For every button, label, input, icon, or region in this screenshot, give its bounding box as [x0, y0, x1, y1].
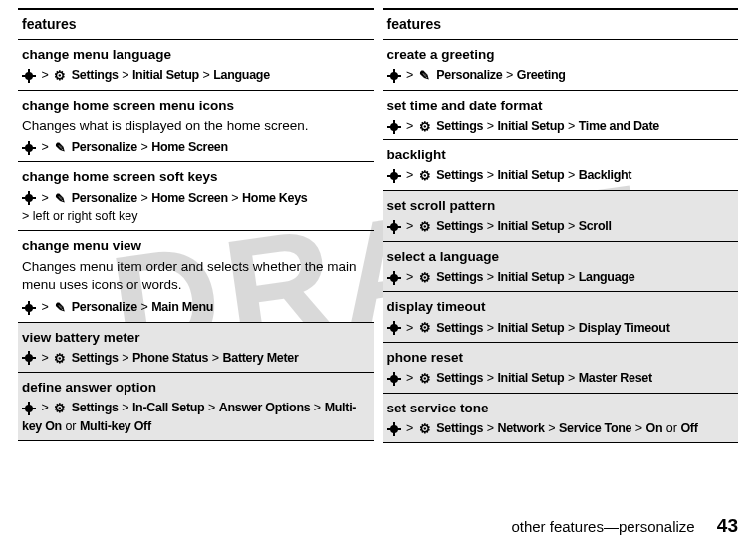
nav-path: > ⚙ Settings > Initial Setup > Backlight: [387, 168, 632, 182]
content-columns: features change menu language > ⚙ Settin…: [0, 0, 756, 443]
path-segment: Initial Setup: [497, 219, 564, 233]
feature-title: phone reset: [387, 349, 735, 367]
settings-icon: ⚙: [52, 350, 68, 368]
settings-icon: ⚙: [417, 420, 433, 438]
feature-desc: Changes what is displayed on the home sc…: [22, 117, 370, 135]
feature-title: set time and date format: [387, 97, 735, 115]
path-segment: Settings: [436, 168, 483, 182]
settings-icon: ⚙: [52, 67, 68, 85]
path-segment: Personalize: [72, 300, 137, 314]
nav-path: > ⚙ Settings > Initial Setup > Scroll: [387, 219, 612, 233]
path-sep: >: [568, 168, 575, 182]
right-header: features: [383, 10, 739, 39]
path-sep: >: [231, 191, 238, 205]
nav-path: > ⚙ Settings > Initial Setup > Language: [387, 270, 635, 284]
path-segment: Settings: [72, 68, 119, 82]
feature-title: set scroll pattern: [387, 197, 735, 215]
feature-cell: set service tone > ⚙ Settings > Network …: [383, 393, 739, 443]
path-segment: Backlight: [579, 168, 632, 182]
path-sep: >: [208, 401, 215, 414]
nav-key-icon: [387, 171, 401, 181]
path-segment: Master Reset: [579, 371, 652, 385]
path-segment: Answer Options: [219, 401, 311, 414]
feature-cell: change menu language > ⚙ Settings > Init…: [18, 39, 374, 90]
path-segment: Home Keys: [242, 191, 307, 205]
path-sep: >: [487, 219, 494, 233]
feature-title: create a greeting: [387, 46, 735, 64]
feature-cell: change menu viewChanges menu item order …: [18, 231, 374, 322]
path-segment: Home Screen: [151, 191, 228, 205]
path-segment: Multi-key Off: [80, 419, 151, 433]
personalize-icon: ✎: [52, 190, 68, 208]
feature-title: change home screen menu icons: [22, 97, 370, 115]
feature-title: select a language: [387, 248, 735, 266]
or-word: or: [666, 421, 677, 435]
path-segment: Personalize: [72, 140, 137, 154]
path-segment: Settings: [72, 401, 119, 414]
path-segment: Language: [579, 270, 635, 284]
path-segment: Time and Date: [579, 119, 659, 133]
path-sep: >: [140, 140, 147, 154]
path-sep: >: [122, 401, 128, 414]
left-table: features change menu language > ⚙ Settin…: [18, 10, 374, 441]
settings-icon: ⚙: [417, 370, 433, 388]
path-segment: Display Timeout: [579, 321, 670, 335]
path-sep: >: [202, 68, 209, 82]
path-segment: Service Tone: [559, 421, 631, 435]
path-sep: >: [568, 371, 575, 385]
feature-cell: backlight > ⚙ Settings > Initial Setup >…: [383, 140, 739, 191]
nav-path: > ⚙ Settings > In-Call Setup > Answer Op…: [22, 401, 356, 432]
path-segment: Settings: [436, 371, 483, 385]
settings-icon: ⚙: [417, 319, 433, 337]
path-segment: Initial Setup: [497, 321, 564, 335]
settings-icon: ⚙: [417, 269, 433, 287]
path-segment: Initial Setup: [497, 168, 564, 182]
page-footer: other features—personalize 43: [511, 515, 738, 537]
nav-key-icon: [22, 353, 36, 363]
path-sep: >: [487, 168, 494, 182]
path-sep: >: [212, 351, 219, 365]
feature-title: view battery meter: [22, 329, 370, 347]
nav-path: > ⚙ Settings > Initial Setup > Time and …: [387, 119, 659, 133]
nav-key-icon: [387, 122, 401, 132]
path-sep: >: [487, 371, 494, 385]
path-extra: left or right soft key: [33, 209, 138, 223]
path-segment: Settings: [436, 270, 483, 284]
feature-cell: select a language > ⚙ Settings > Initial…: [383, 241, 739, 292]
nav-key-icon: [387, 273, 401, 283]
nav-path: > ⚙ Settings > Network > Service Tone > …: [387, 421, 698, 435]
feature-cell: display timeout > ⚙ Settings > Initial S…: [383, 292, 739, 343]
path-segment: Initial Setup: [132, 68, 199, 82]
settings-icon: ⚙: [417, 118, 433, 136]
path-segment: Personalize: [436, 68, 502, 82]
nav-key-icon: [387, 323, 401, 333]
path-sep: >: [568, 270, 575, 284]
nav-path: > ⚙ Settings > Initial Setup > Display T…: [387, 321, 670, 335]
feature-cell: set scroll pattern > ⚙ Settings > Initia…: [383, 190, 739, 241]
path-segment: Home Screen: [151, 140, 228, 154]
path-sep: >: [568, 219, 575, 233]
path-sep: >: [140, 300, 147, 314]
nav-path: > ⚙ Settings > Initial Setup > Master Re…: [387, 371, 652, 385]
path-segment: Main Menu: [151, 300, 213, 314]
path-segment: Initial Setup: [497, 371, 564, 385]
path-sep: >: [568, 119, 575, 133]
feature-cell: view battery meter > ⚙ Settings > Phone …: [18, 322, 374, 373]
path-sep: >: [122, 351, 128, 365]
path-sep: >: [635, 421, 642, 435]
nav-path: > ⚙ Settings > Initial Setup > Language: [22, 68, 270, 82]
nav-path: > ✎ Personalize > Home Screen > Home Key…: [22, 191, 307, 223]
right-table: features create a greeting > ✎ Personali…: [383, 10, 739, 443]
path-sep: >: [487, 421, 494, 435]
left-column: features change menu language > ⚙ Settin…: [18, 8, 374, 443]
path-segment: Personalize: [72, 191, 137, 205]
path-segment: Settings: [436, 421, 483, 435]
right-column: features create a greeting > ✎ Personali…: [383, 8, 739, 443]
path-segment: Phone Status: [132, 351, 208, 365]
path-segment: Off: [680, 421, 697, 435]
nav-path: > ✎ Personalize > Main Menu: [22, 300, 213, 314]
feature-cell: phone reset > ⚙ Settings > Initial Setup…: [383, 343, 739, 394]
path-sep: >: [487, 270, 494, 284]
feature-title: change menu language: [22, 46, 370, 64]
path-segment: Scroll: [579, 219, 612, 233]
